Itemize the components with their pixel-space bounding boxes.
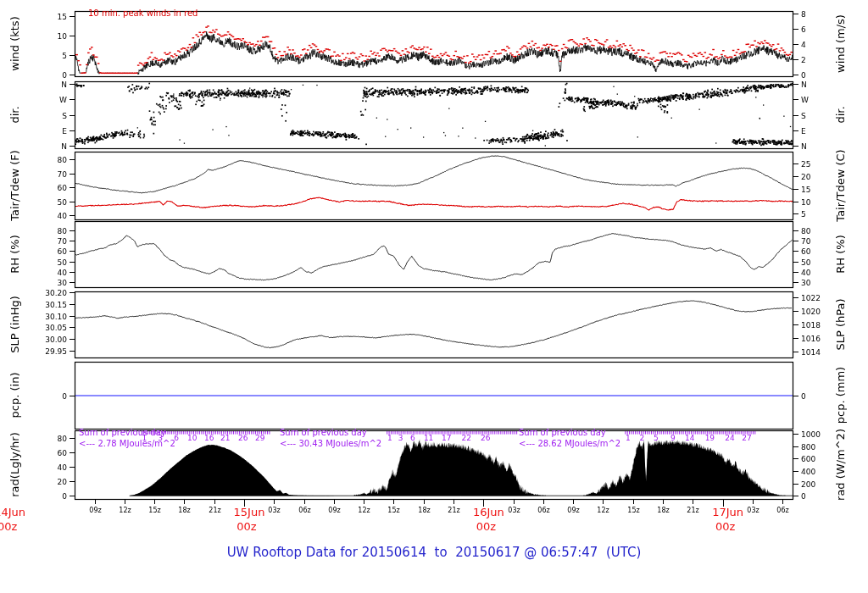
weather-figure: 10 min. peak winds in red Sum of previou… xyxy=(0,0,868,593)
chart-title: UW Rooftop Data for 20150614 to 20150617… xyxy=(0,545,868,560)
multipanel-weather-chart xyxy=(0,0,868,593)
rad-sum-note-2-line1: Sum of previous day xyxy=(280,428,367,437)
rad-sum-note-1-line1: Sum of previous day xyxy=(79,428,166,437)
rad-sum-note-2: Sum of previous day<--- 30.43 MJoules/m^… xyxy=(280,428,381,449)
rad-sum-note-2-line2: <--- 30.43 MJoules/m^2 xyxy=(280,439,381,448)
rad-sum-note-1-line2: <--- 2.78 MJoules/m^2 xyxy=(79,439,175,448)
rad-sum-note-1: Sum of previous day<--- 2.78 MJoules/m^2 xyxy=(79,428,175,449)
rad-sum-note-3-line2: <--- 28.62 MJoules/m^2 xyxy=(519,439,620,448)
rad-sum-note-3-line1: Sum of previous day xyxy=(519,428,606,437)
rad-sum-note-3: Sum of previous day<--- 28.62 MJoules/m^… xyxy=(519,428,620,449)
peak-winds-note: 10 min. peak winds in red xyxy=(88,8,198,18)
